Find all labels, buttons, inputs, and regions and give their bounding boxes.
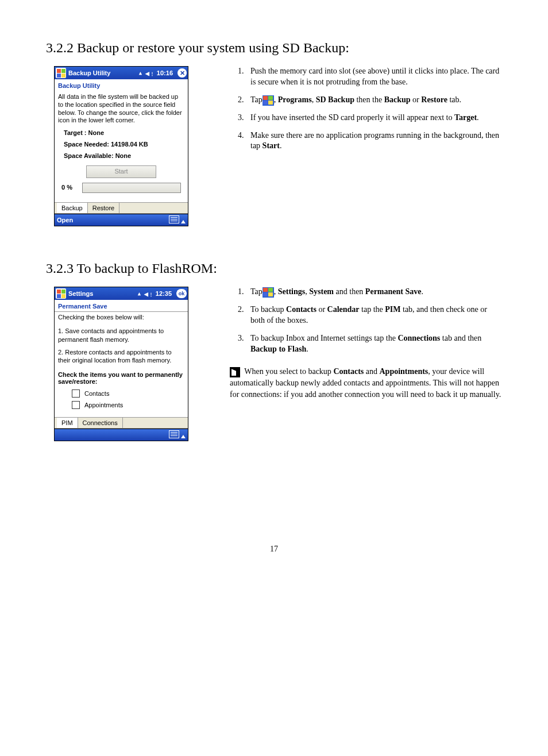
close-icon: ✕ [177,68,187,78]
section1-steps: Push the memory card into slot (see abov… [230,66,502,152]
step-3: To backup Inbox and Internet settings ta… [246,333,502,355]
checkbox-label: Appointments [84,402,123,408]
subhead: Backup Utility [55,79,188,91]
check-help: Check the items you want to permanently … [55,369,188,386]
section2-steps: Tap, Settings, System and then Permanent… [230,287,502,354]
speaker-icon [145,70,155,76]
speaker-icon [144,290,153,297]
antenna-icon [138,70,143,76]
step-4: Make sure there are no application progr… [246,130,502,152]
tab-restore: Restore [88,203,120,213]
intro-text: Checking the boxes below will: [55,311,188,322]
windows-logo-icon [263,95,274,106]
ok-icon: ok [176,289,187,298]
backup-utility-screenshot: Backup Utility 10:16 ✕ Backup Utility Al… [54,66,188,226]
progress-label: 0 % [58,184,82,192]
step-2: To backup Contacts or Calendar tap the P… [246,304,502,326]
tab-pim: PIM [57,418,78,428]
keyboard-icon [169,430,179,438]
checkbox-icon [72,389,80,398]
clock-text: 12:35 [156,290,172,297]
space-needed: Space Needed: 14198.04 KB [58,141,184,149]
tab-backup: Backup [57,203,88,213]
checkbox-contacts-row: Contacts [72,389,188,398]
step-1: Tap, Settings, System and then Permanent… [246,287,502,298]
arrow-up-icon [181,220,186,223]
tab-connections: Connections [78,418,123,428]
step-3: If you have inserted the SD card properl… [246,113,502,124]
arrow-up-icon [181,435,186,438]
subhead: Permanent Save [55,300,188,311]
target-line: Target : None [58,129,184,137]
note-icon [230,367,240,377]
clock-text: 10:16 [157,70,173,76]
space-available: Space Available: None [58,152,184,160]
open-command: Open [57,217,73,223]
step-2: Tap, Programs, SD Backup then the Backup… [246,95,502,106]
checkbox-icon [72,401,80,409]
progress-bar [82,183,181,193]
section-heading-2: 3.2.3 To backup to FlashROM: [46,261,502,276]
note-paragraph: When you select to backup Contacts and A… [230,366,502,400]
windows-logo-icon [263,287,274,298]
checkbox-label: Contacts [84,390,109,397]
section-heading-1: 3.2.2 Backup or restore your system usin… [46,40,502,56]
start-button: Start [86,165,156,178]
keyboard-icon [169,215,179,223]
list-item-1: 1. Save contacts and appointments to per… [55,322,188,345]
titlebar-text: Settings [68,290,137,297]
step-1: Push the memory card into slot (see abov… [246,66,502,88]
list-item-2: 2. Restore contacts and appointments to … [55,345,188,369]
settings-screenshot: Settings 12:35 ok Permanent Save Checkin… [54,287,188,441]
antenna-icon [137,290,142,297]
checkbox-appts-row: Appointments [72,401,188,409]
page-number: 17 [46,545,502,554]
windows-logo-icon [56,68,66,78]
windows-logo-icon [56,288,66,299]
titlebar-text: Backup Utility [68,70,138,76]
description-text: All data in the file system will be back… [58,93,184,125]
